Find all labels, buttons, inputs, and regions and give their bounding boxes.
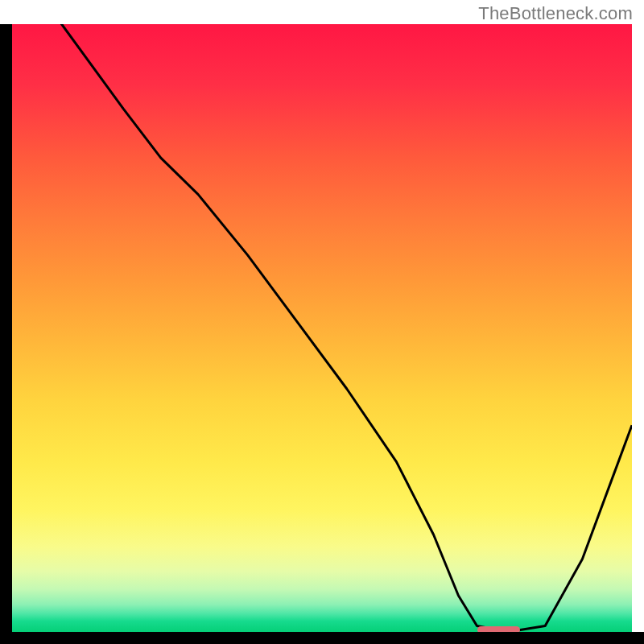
bottleneck-curve [12,24,632,632]
watermark-text: TheBottleneck.com [478,3,633,24]
optimal-range-marker [477,626,521,632]
plot-area [12,24,632,632]
y-axis-bar [0,24,12,644]
curve-svg [12,24,632,632]
x-axis-bar [0,632,644,644]
bottleneck-chart: TheBottleneck.com [0,0,644,644]
